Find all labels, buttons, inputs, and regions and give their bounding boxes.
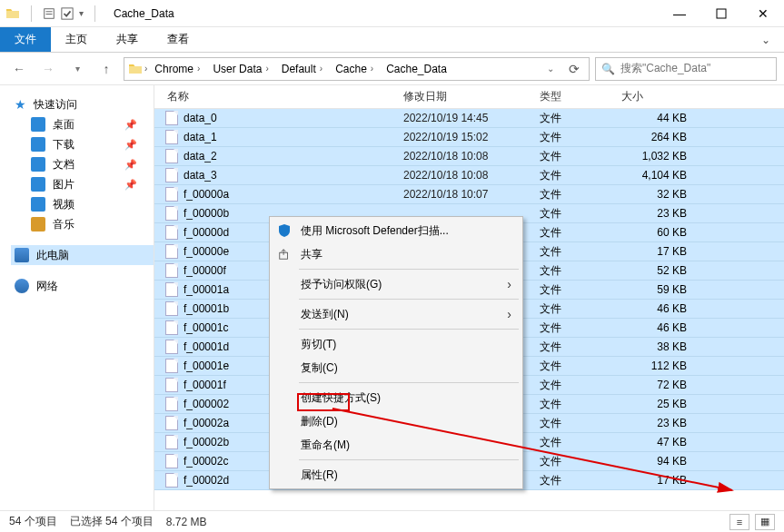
- table-row[interactable]: data_0 2022/10/19 14:45 文件 44 KB: [154, 109, 784, 128]
- close-button[interactable]: ✕: [742, 0, 784, 27]
- crumb[interactable]: Cache_Data: [381, 61, 452, 77]
- sidebar-thispc[interactable]: 此电脑: [11, 245, 154, 265]
- file-icon: [165, 130, 178, 144]
- sidebar-item[interactable]: 桌面📌: [31, 114, 154, 134]
- folder-icon: [31, 137, 45, 152]
- address-bar[interactable]: › Chrome› User Data› Default› Cache› Cac…: [124, 57, 590, 81]
- shield-icon: [275, 223, 293, 238]
- folder-icon: [31, 117, 45, 132]
- folder-icon: [31, 197, 45, 212]
- ctx-scan[interactable]: 使用 Microsoft Defender扫描...: [270, 219, 522, 242]
- col-name[interactable]: 名称: [154, 89, 391, 104]
- refresh-button[interactable]: ⟳: [563, 57, 585, 81]
- network-icon: [15, 279, 29, 293]
- sidebar-item[interactable]: 图片📌: [31, 174, 154, 194]
- file-icon: [165, 416, 178, 430]
- pin-icon: 📌: [124, 179, 137, 191]
- file-icon: [165, 359, 178, 373]
- file-icon: [165, 111, 178, 125]
- folder-icon: [128, 62, 143, 76]
- file-icon: [165, 225, 178, 240]
- file-icon: [165, 244, 178, 259]
- address-dropdown[interactable]: ⌄: [541, 57, 560, 81]
- file-icon: [165, 263, 178, 278]
- table-row[interactable]: data_2 2022/10/18 10:08 文件 1,032 KB: [154, 147, 784, 166]
- ctx-send-to[interactable]: 发送到(N): [270, 302, 522, 326]
- col-type[interactable]: 类型: [527, 89, 609, 104]
- crumb[interactable]: Default›: [276, 61, 328, 77]
- status-size: 8.72 MB: [166, 516, 207, 528]
- pin-icon: 📌: [124, 119, 137, 131]
- table-row[interactable]: f_00000a 2022/10/18 10:07 文件 32 KB: [154, 185, 784, 204]
- file-icon: [165, 149, 178, 163]
- ribbon-expand[interactable]: ⌄: [748, 27, 784, 52]
- sidebar-item[interactable]: 文档📌: [31, 154, 154, 174]
- folder-icon: [31, 217, 45, 232]
- folder-icon: [31, 157, 45, 172]
- window-title: Cache_Data: [114, 7, 174, 20]
- file-icon: [165, 454, 178, 468]
- pc-icon: [15, 248, 29, 262]
- search-icon: 🔍: [601, 63, 615, 75]
- star-icon: ★: [15, 97, 26, 112]
- ctx-cut[interactable]: 剪切(T): [270, 332, 522, 356]
- minimize-button[interactable]: —: [659, 0, 700, 27]
- svg-rect-4: [717, 9, 726, 18]
- context-menu: 使用 Microsoft Defender扫描... 共享 授予访问权限(G) …: [269, 216, 523, 489]
- properties-icon[interactable]: [43, 7, 55, 20]
- titlebar: ▾ Cache_Data — ✕: [0, 0, 784, 27]
- table-row[interactable]: data_3 2022/10/18 10:08 文件 4,104 KB: [154, 166, 784, 185]
- ctx-share[interactable]: 共享: [270, 242, 522, 266]
- view-details-icon[interactable]: ≡: [729, 514, 749, 530]
- file-icon: [165, 435, 178, 449]
- table-row[interactable]: data_1 2022/10/19 15:02 文件 264 KB: [154, 128, 784, 147]
- ctx-delete[interactable]: 删除(D): [270, 409, 522, 433]
- navbar: ← → ▾ ↑ › Chrome› User Data› Default› Ca…: [0, 53, 784, 85]
- view-large-icon[interactable]: ▦: [755, 514, 775, 530]
- sidebar-quick-access[interactable]: ★ 快速访问: [15, 94, 154, 114]
- sidebar-item[interactable]: 视频: [31, 194, 154, 214]
- recent-dropdown[interactable]: ▾: [65, 57, 89, 81]
- maximize-button[interactable]: [700, 0, 742, 27]
- file-icon: [165, 397, 178, 411]
- crumb[interactable]: Chrome›: [149, 61, 205, 77]
- sidebar-item[interactable]: 下载📌: [31, 134, 154, 154]
- ctx-grant-access[interactable]: 授予访问权限(G): [270, 272, 522, 296]
- sidebar-network[interactable]: 网络: [15, 276, 154, 296]
- col-date[interactable]: 修改日期: [391, 89, 527, 104]
- crumb[interactable]: User Data›: [207, 61, 273, 77]
- tab-home[interactable]: 主页: [51, 27, 102, 52]
- ctx-copy[interactable]: 复制(C): [270, 356, 522, 379]
- ctx-properties[interactable]: 属性(R): [270, 463, 522, 487]
- pin-icon: 📌: [124, 159, 137, 171]
- ctx-rename[interactable]: 重命名(M): [270, 433, 522, 457]
- file-icon: [165, 301, 178, 316]
- svg-rect-1: [46, 11, 53, 12]
- svg-rect-3: [62, 7, 73, 18]
- file-icon: [165, 187, 178, 202]
- col-size[interactable]: 大小: [609, 89, 709, 104]
- pin-icon: 📌: [124, 139, 137, 151]
- up-button[interactable]: ↑: [94, 57, 118, 81]
- folder-icon: [5, 6, 20, 21]
- file-icon: [165, 473, 178, 488]
- share-icon: [275, 248, 293, 261]
- tab-share[interactable]: 共享: [102, 27, 153, 52]
- search-placeholder: 搜索"Cache_Data": [620, 61, 710, 76]
- checkbox-icon[interactable]: [61, 7, 74, 20]
- file-icon: [165, 168, 178, 182]
- status-bar: 54 个项目 已选择 54 个项目 8.72 MB ≡ ▦: [0, 510, 784, 532]
- svg-rect-2: [46, 14, 53, 15]
- crumb[interactable]: Cache›: [330, 61, 379, 77]
- forward-button[interactable]: →: [36, 57, 60, 81]
- file-icon: [165, 282, 178, 297]
- status-selection: 已选择 54 个项目: [70, 514, 154, 529]
- file-icon: [165, 378, 178, 392]
- search-input[interactable]: 🔍 搜索"Cache_Data": [595, 57, 777, 81]
- ctx-shortcut[interactable]: 创建快捷方式(S): [270, 386, 522, 409]
- tab-file[interactable]: 文件: [0, 27, 51, 52]
- column-headers: 名称 修改日期 类型 大小: [154, 85, 784, 109]
- sidebar-item[interactable]: 音乐: [31, 214, 154, 234]
- back-button[interactable]: ←: [7, 57, 31, 81]
- tab-view[interactable]: 查看: [153, 27, 203, 52]
